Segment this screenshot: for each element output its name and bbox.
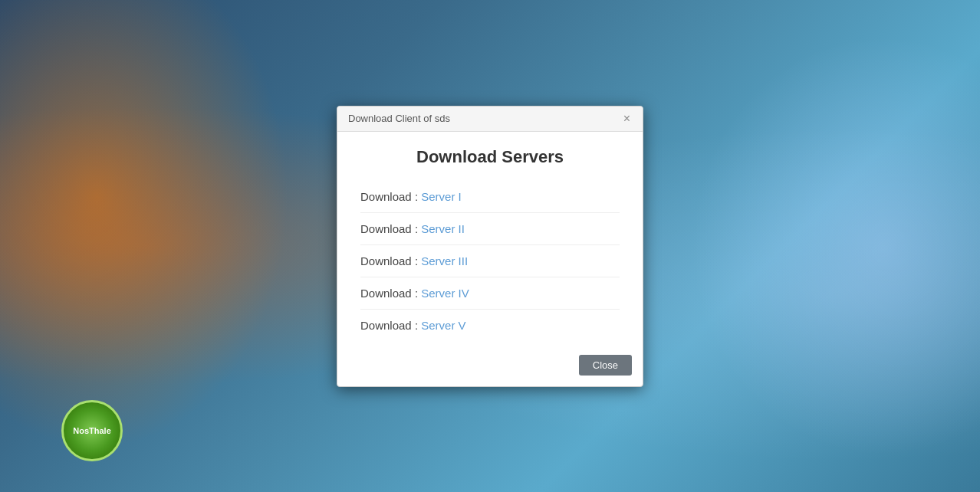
server-label-4: Download : [360, 287, 421, 300]
server-list: Download : Server IDownload : Server IID… [360, 181, 620, 341]
server-label-3: Download : [360, 254, 421, 267]
server-link-5[interactable]: Server V [421, 319, 465, 332]
server-list-item: Download : Server IV [360, 277, 620, 310]
server-list-item: Download : Server III [360, 245, 620, 277]
server-link-1[interactable]: Server I [421, 190, 462, 203]
server-list-item: Download : Server V [360, 310, 620, 341]
modal-title: Download Servers [360, 147, 620, 167]
modal-close-x-button[interactable]: × [622, 113, 632, 125]
modal-header-title: Download Client of sds [348, 113, 450, 124]
server-link-3[interactable]: Server III [421, 254, 468, 267]
server-link-2[interactable]: Server II [421, 222, 465, 235]
server-list-item: Download : Server II [360, 213, 620, 245]
server-label-1: Download : [360, 190, 421, 203]
modal-overlay: Download Client of sds × Download Server… [0, 0, 980, 492]
modal-body: Download Servers Download : Server IDown… [337, 132, 643, 349]
server-label-2: Download : [360, 222, 421, 235]
server-label-5: Download : [360, 319, 421, 332]
server-list-item: Download : Server I [360, 181, 620, 213]
modal-header: Download Client of sds × [337, 107, 643, 132]
download-servers-modal: Download Client of sds × Download Server… [337, 106, 643, 387]
server-link-4[interactable]: Server IV [421, 287, 469, 300]
modal-footer: Close [337, 349, 643, 386]
modal-close-button[interactable]: Close [579, 355, 632, 376]
